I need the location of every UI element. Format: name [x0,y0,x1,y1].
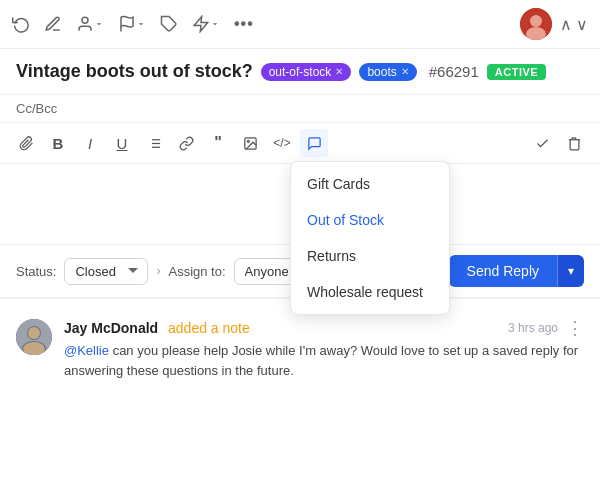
bold-icon[interactable]: B [44,129,72,157]
snippet-gift-cards[interactable]: Gift Cards [291,166,449,202]
activity-time: 3 hrs ago [508,321,558,335]
activity-meta: Jay McDonald added a note [64,320,250,336]
activity-content: Jay McDonald added a note 3 hrs ago ⋮ @K… [64,319,584,380]
snippet-icon[interactable] [300,129,328,157]
avatar [520,8,552,40]
activity-section: Jay McDonald added a note 3 hrs ago ⋮ @K… [0,307,600,392]
activity-item: Jay McDonald added a note 3 hrs ago ⋮ @K… [16,319,584,380]
activity-message-rest: can you please help Josie while I'm away… [64,343,578,378]
tag-out-of-stock[interactable]: out-of-stock ✕ [261,63,352,81]
svg-point-14 [247,140,249,142]
tag-boots-label: boots [367,65,396,79]
snippet-out-of-stock[interactable]: Out of Stock [291,202,449,238]
activity-mention: @Kellie [64,343,109,358]
status-label: Status: [16,264,56,279]
toolbar-left: ••• [12,15,506,33]
activity-text: @Kellie can you please help Josie while … [64,341,584,380]
check-icon[interactable] [528,129,556,157]
tag-icon[interactable] [160,15,178,33]
activity-avatar [16,319,52,355]
down-arrow-icon[interactable]: ∨ [576,15,588,34]
undo-icon[interactable] [12,15,30,33]
more-icon[interactable]: ••• [234,15,254,33]
user-icon[interactable] [76,15,104,33]
assign-label: Assign to: [168,264,225,279]
nav-arrows: ∧ ∨ [560,15,588,34]
status-select[interactable]: Closed Open Pending [64,258,148,285]
snippet-wholesale-request[interactable]: Wholesale request [291,274,449,310]
italic-icon[interactable]: I [76,129,104,157]
send-reply-button[interactable]: Send Reply [449,255,557,287]
snippet-returns[interactable]: Returns [291,238,449,274]
underline-icon[interactable]: U [108,129,136,157]
trash-icon[interactable] [560,129,588,157]
quote-icon[interactable]: " [204,129,232,157]
cc-bcc-label[interactable]: Cc/Bcc [0,95,600,123]
image-icon[interactable] [236,129,264,157]
link-icon[interactable] [172,129,200,157]
active-badge: ACTIVE [487,64,546,80]
tag-out-of-stock-label: out-of-stock [269,65,332,79]
top-toolbar: ••• ∧ ∨ [0,0,600,49]
toolbar-right: ∧ ∨ [520,8,588,40]
activity-user-name: Jay McDonald [64,320,158,336]
code-icon[interactable]: </> [268,129,296,157]
snippet-dropdown: Gift Cards Out of Stock Returns Wholesal… [290,161,450,315]
flag-icon[interactable] [118,15,146,33]
lightning-icon[interactable] [192,15,220,33]
svg-point-0 [82,17,88,23]
send-reply-dropdown-arrow[interactable]: ▾ [557,255,584,287]
annotate-icon[interactable] [44,15,62,33]
activity-header: Jay McDonald added a note 3 hrs ago ⋮ [64,319,584,337]
activity-action: added a note [168,320,250,336]
up-arrow-icon[interactable]: ∧ [560,15,572,34]
tag-out-of-stock-remove[interactable]: ✕ [335,66,343,77]
ticket-number: #66291 [429,63,479,80]
list-icon[interactable] [140,129,168,157]
arrow-right-icon: › [156,264,160,278]
activity-header-right: 3 hrs ago ⋮ [508,319,584,337]
activity-more-icon[interactable]: ⋮ [566,319,584,337]
title-area: Vintage boots out of stock? out-of-stock… [0,49,600,95]
svg-point-18 [28,327,40,339]
attachment-icon[interactable] [12,129,40,157]
tag-boots-remove[interactable]: ✕ [401,66,409,77]
tag-boots[interactable]: boots ✕ [359,63,416,81]
ticket-title: Vintage boots out of stock? [16,61,253,82]
svg-marker-3 [194,17,208,32]
editor-toolbar: B I U " </> [0,123,600,164]
editor-right-icons [528,129,588,157]
send-reply-group: Send Reply ▾ [449,255,584,287]
svg-point-5 [530,15,542,27]
